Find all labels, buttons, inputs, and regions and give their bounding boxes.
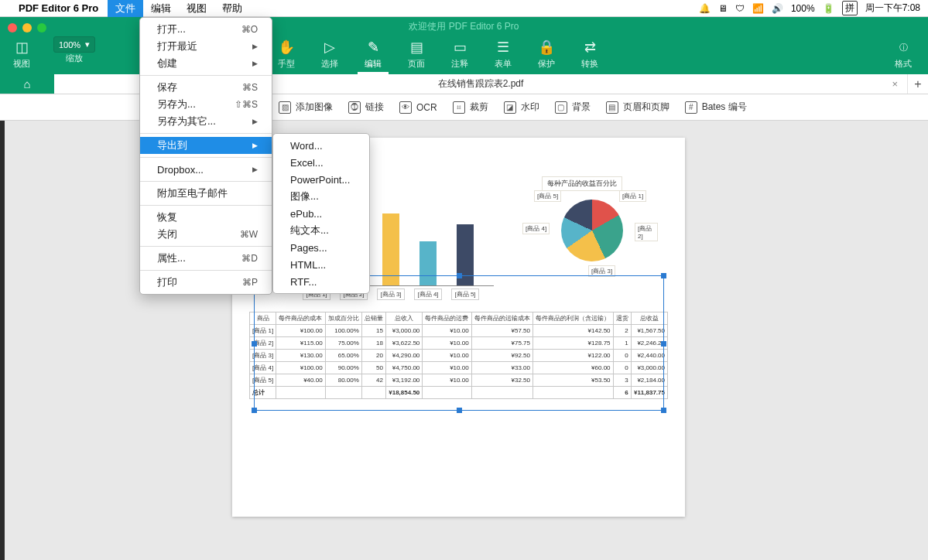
page-icon: ▤: [395, 36, 438, 58]
tab-title: 在线销售跟踪表2.pdf: [438, 77, 524, 90]
resize-handle-n[interactable]: [457, 273, 462, 278]
tool-addimage[interactable]: ▨添加图像: [279, 101, 333, 114]
export-图像...[interactable]: 图像...: [273, 188, 369, 205]
zoom-value: 100%: [59, 40, 80, 50]
watermark-icon: ◪: [504, 101, 516, 114]
resize-handle-se[interactable]: [661, 408, 666, 413]
chevron-down-icon: ▾: [85, 39, 90, 50]
menu-edit[interactable]: 编辑: [143, 0, 179, 17]
tool-page[interactable]: ▤页面: [395, 36, 438, 74]
notification-icon[interactable]: 🔔: [699, 3, 711, 14]
export-submenu: Word...Excel...PowerPoint...图像...ePub...…: [272, 133, 370, 294]
display-icon[interactable]: 🖥: [718, 3, 728, 14]
export-Pages...[interactable]: Pages...: [273, 239, 369, 256]
tool-viewmode[interactable]: ◫ 视图: [0, 36, 43, 74]
ocr-icon: 👁: [399, 101, 412, 114]
edit-icon: ✎: [351, 36, 395, 58]
tool-protect[interactable]: 🔒保护: [525, 36, 568, 74]
tool-form[interactable]: ☰表单: [481, 36, 525, 74]
resize-handle-sw[interactable]: [252, 408, 257, 413]
crop-icon: ⌗: [453, 101, 465, 114]
header-footer-icon: ▤: [606, 101, 618, 114]
filemenu-关闭[interactable]: 关闭⌘W: [140, 226, 272, 243]
tool-select[interactable]: ▷选择: [308, 36, 351, 74]
clock: 周一下午7:08: [865, 2, 920, 15]
battery-icon[interactable]: 🔋: [823, 3, 834, 14]
cursor-icon: ▷: [308, 36, 351, 58]
filemenu-属性...[interactable]: 属性...⌘D: [140, 250, 272, 267]
lock-icon: 🔒: [525, 36, 568, 58]
tool-convert[interactable]: ⇄转换: [568, 36, 611, 74]
tool-bates[interactable]: #Bates 编号: [685, 101, 747, 114]
tool-crop[interactable]: ⌗裁剪: [453, 101, 488, 114]
filemenu-打印[interactable]: 打印⌘P: [140, 274, 272, 291]
shield-icon[interactable]: 🛡: [735, 3, 745, 14]
pie-graphic: [561, 200, 623, 261]
bates-icon: #: [685, 101, 697, 114]
tool-background[interactable]: ▢背景: [555, 101, 591, 114]
convert-icon: ⇄: [568, 36, 611, 58]
ime-indicator[interactable]: 拼: [842, 1, 858, 15]
filemenu-另存为...[interactable]: 另存为...⇧⌘S: [140, 96, 272, 113]
left-gutter: [0, 121, 5, 560]
pie-label-4: [商品 4]: [522, 223, 550, 234]
filemenu-恢复[interactable]: 恢复: [140, 209, 272, 226]
tool-ocr[interactable]: 👁OCR: [399, 101, 437, 114]
pie-label-5: [商品 5]: [534, 190, 561, 202]
battery-text: 100%: [791, 3, 815, 14]
image-icon: ▨: [279, 101, 291, 114]
info-icon: ⓘ: [885, 36, 922, 58]
pie-label-2: [商品 2]: [635, 223, 658, 241]
resize-handle-ne[interactable]: [661, 273, 666, 278]
tool-view-label: 视图: [0, 58, 43, 70]
tool-watermark[interactable]: ◪水印: [504, 101, 539, 114]
zoom-label: 缩放: [46, 53, 102, 64]
filemenu-Dropbox...[interactable]: Dropbox...: [140, 161, 272, 178]
export-RTF...[interactable]: RTF...: [273, 273, 369, 290]
add-tab-button[interactable]: +: [908, 74, 928, 94]
export-Excel...[interactable]: Excel...: [273, 154, 369, 171]
selection-box[interactable]: [254, 275, 664, 411]
close-tab-icon[interactable]: ×: [892, 78, 898, 90]
resize-handle-w[interactable]: [252, 341, 257, 347]
menu-view[interactable]: 视图: [179, 0, 214, 17]
resize-handle-s[interactable]: [457, 408, 462, 413]
menu-help[interactable]: 帮助: [214, 0, 250, 17]
filemenu-打开最近[interactable]: 打开最近: [140, 38, 272, 55]
form-icon: ☰: [481, 36, 525, 58]
menubar-right: 🔔 🖥 🛡 📶 🔊 100% 🔋 拼 周一下午7:08: [699, 1, 920, 15]
export-纯文本...[interactable]: 纯文本...: [273, 222, 369, 239]
wifi-icon[interactable]: 📶: [752, 3, 764, 14]
filemenu-另存为其它...[interactable]: 另存为其它...: [140, 113, 272, 130]
background-icon: ▢: [555, 101, 567, 114]
export-PowerPoint...[interactable]: PowerPoint...: [273, 171, 369, 188]
home-icon: ⌂: [23, 77, 30, 90]
sidebar-icon: ◫: [0, 36, 43, 58]
volume-icon[interactable]: 🔊: [772, 3, 783, 14]
tool-edit[interactable]: ✎编辑: [351, 36, 395, 74]
resize-handle-e[interactable]: [661, 341, 666, 347]
tool-headerfooter[interactable]: ▤页眉和页脚: [606, 101, 669, 114]
comment-icon: ▭: [438, 36, 481, 58]
tool-annotate[interactable]: ▭注释: [438, 36, 481, 74]
home-button[interactable]: ⌂: [0, 74, 54, 94]
file-menu: 打开...⌘O打开最近创建保存⌘S另存为...⇧⌘S另存为其它...导出到Dro…: [139, 17, 272, 295]
filemenu-保存[interactable]: 保存⌘S: [140, 79, 272, 96]
link-icon: ⓵: [348, 101, 361, 114]
filemenu-打开...[interactable]: 打开...⌘O: [140, 21, 272, 38]
filemenu-附加至电子邮件[interactable]: 附加至电子邮件: [140, 185, 272, 202]
menu-file[interactable]: 文件: [108, 0, 143, 17]
export-Word...[interactable]: Word...: [273, 137, 369, 154]
mac-menubar: PDF Editor 6 Pro 文件 编辑 视图 帮助 🔔 🖥 🛡 📶 🔊 1…: [0, 0, 928, 17]
export-HTML...[interactable]: HTML...: [273, 256, 369, 273]
tool-zoom[interactable]: 100%▾ 缩放: [46, 36, 102, 74]
filemenu-创建[interactable]: 创建: [140, 55, 272, 72]
app-name: PDF Editor 6 Pro: [19, 2, 98, 14]
tool-format[interactable]: ⓘ格式: [885, 36, 922, 74]
export-ePub...[interactable]: ePub...: [273, 205, 369, 222]
tool-link[interactable]: ⓵链接: [348, 101, 384, 114]
filemenu-导出到[interactable]: 导出到: [140, 137, 272, 154]
pie-label-1: [商品 1]: [619, 190, 646, 202]
pie-title: 每种产品的收益百分比: [542, 176, 622, 191]
